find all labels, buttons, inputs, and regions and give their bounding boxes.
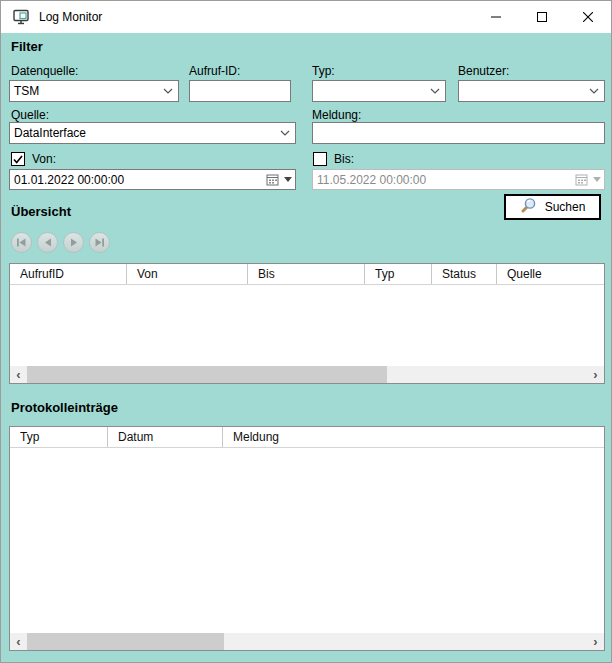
aufruf-id-label: Aufruf-ID: bbox=[189, 64, 240, 78]
scroll-right-icon[interactable]: › bbox=[587, 633, 604, 650]
bis-date-value: 11.05.2022 00:00:00 bbox=[313, 173, 572, 187]
bis-datepicker: 11.05.2022 00:00:00 bbox=[312, 169, 605, 190]
protokoll-scroll-track[interactable] bbox=[27, 633, 587, 650]
bis-checkbox-row: Bis: bbox=[313, 152, 354, 166]
typ-label: Typ: bbox=[312, 64, 335, 78]
uebersicht-table-body[interactable] bbox=[10, 285, 604, 366]
search-icon bbox=[520, 197, 537, 217]
quelle-select[interactable]: DataInterface bbox=[9, 122, 296, 144]
dropdown-arrow-icon[interactable] bbox=[281, 177, 295, 182]
datenquelle-value: TSM bbox=[10, 84, 158, 98]
column-header-typ[interactable]: Typ bbox=[10, 427, 108, 447]
aufruf-id-input[interactable] bbox=[189, 80, 291, 102]
suchen-button[interactable]: Suchen bbox=[504, 194, 601, 220]
benutzer-select[interactable] bbox=[458, 80, 605, 102]
protokoll-table-body[interactable] bbox=[10, 448, 604, 631]
calendar-icon[interactable] bbox=[263, 171, 281, 188]
dropdown-arrow-icon bbox=[590, 177, 604, 182]
column-header-aufrufid[interactable]: AufrufID bbox=[10, 264, 127, 284]
uebersicht-heading: Übersicht bbox=[11, 204, 71, 219]
scroll-left-icon[interactable]: ‹ bbox=[10, 633, 27, 650]
chevron-down-icon bbox=[158, 88, 178, 94]
column-header-typ[interactable]: Typ bbox=[365, 264, 432, 284]
title-bar[interactable]: Log Monitor bbox=[1, 1, 611, 33]
uebersicht-table-header: AufrufID Von Bis Typ Status Quelle bbox=[10, 264, 604, 285]
protokoll-table-header: Typ Datum Meldung bbox=[10, 427, 604, 448]
protokoll-hscrollbar[interactable]: ‹ › bbox=[10, 633, 604, 650]
meldung-label: Meldung: bbox=[312, 108, 361, 122]
column-header-status[interactable]: Status bbox=[432, 264, 497, 284]
column-header-datum[interactable]: Datum bbox=[108, 427, 223, 447]
minimize-button[interactable] bbox=[473, 1, 519, 33]
column-header-von[interactable]: Von bbox=[127, 264, 248, 284]
scroll-left-icon[interactable]: ‹ bbox=[10, 366, 27, 383]
protokoll-heading: Protokolleinträge bbox=[11, 400, 118, 415]
bis-checkbox[interactable] bbox=[313, 152, 327, 166]
scroll-right-icon[interactable]: › bbox=[587, 366, 604, 383]
chevron-down-icon bbox=[584, 88, 604, 94]
close-button[interactable] bbox=[565, 1, 611, 33]
datenquelle-label: Datenquelle: bbox=[11, 64, 78, 78]
uebersicht-hscrollbar[interactable]: ‹ › bbox=[10, 366, 604, 383]
chevron-down-icon bbox=[425, 88, 445, 94]
uebersicht-table: AufrufID Von Bis Typ Status Quelle ‹ › bbox=[9, 263, 605, 384]
column-header-meldung[interactable]: Meldung bbox=[223, 427, 604, 447]
benutzer-label: Benutzer: bbox=[458, 64, 509, 78]
filter-heading: Filter bbox=[11, 39, 43, 54]
uebersicht-scroll-track[interactable] bbox=[27, 366, 587, 383]
suchen-button-label: Suchen bbox=[545, 200, 586, 214]
quelle-value: DataInterface bbox=[10, 126, 275, 140]
next-record-button[interactable] bbox=[63, 232, 84, 253]
quelle-label: Quelle: bbox=[11, 108, 49, 122]
window-controls bbox=[473, 1, 611, 33]
protokoll-table: Typ Datum Meldung ‹ › bbox=[9, 426, 605, 651]
meldung-input[interactable] bbox=[312, 122, 605, 144]
von-label: Von: bbox=[32, 152, 56, 166]
bis-label: Bis: bbox=[334, 152, 354, 166]
column-header-quelle[interactable]: Quelle bbox=[497, 264, 604, 284]
chevron-down-icon bbox=[275, 130, 295, 136]
uebersicht-scroll-thumb[interactable] bbox=[27, 366, 387, 383]
last-record-button[interactable] bbox=[89, 232, 110, 253]
von-checkbox-row: Von: bbox=[11, 152, 56, 166]
calendar-icon bbox=[572, 171, 590, 188]
protokoll-scroll-thumb[interactable] bbox=[27, 633, 224, 650]
previous-record-button[interactable] bbox=[37, 232, 58, 253]
von-date-value: 01.01.2022 00:00:00 bbox=[10, 173, 263, 187]
von-datepicker[interactable]: 01.01.2022 00:00:00 bbox=[9, 169, 296, 190]
column-header-bis[interactable]: Bis bbox=[248, 264, 365, 284]
log-monitor-app-icon bbox=[13, 9, 31, 25]
typ-select[interactable] bbox=[312, 80, 446, 102]
log-monitor-window: Log Monitor Filter Datenquelle: TSM Aufr… bbox=[0, 0, 612, 663]
maximize-button[interactable] bbox=[519, 1, 565, 33]
datenquelle-select[interactable]: TSM bbox=[9, 80, 179, 102]
window-title: Log Monitor bbox=[39, 10, 102, 24]
first-record-button[interactable] bbox=[11, 232, 32, 253]
von-checkbox[interactable] bbox=[11, 152, 25, 166]
